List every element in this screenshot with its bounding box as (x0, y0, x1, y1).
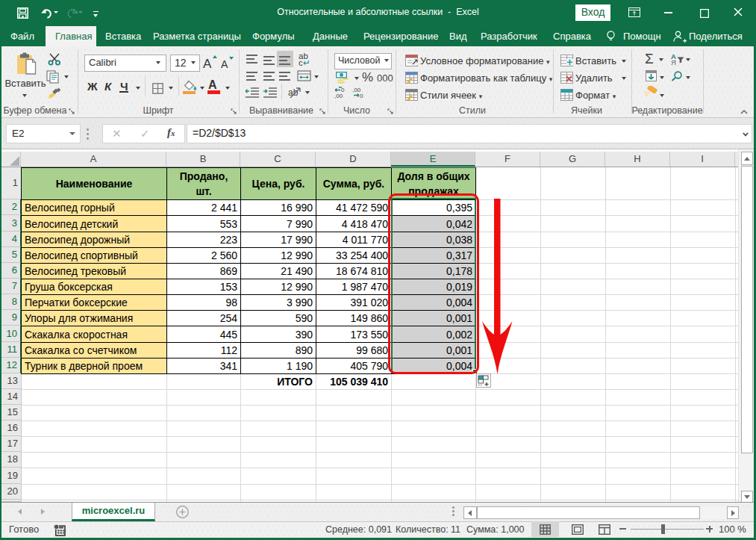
svg-text:ab: ab (288, 87, 299, 98)
svg-text:,00: ,00 (334, 93, 343, 99)
svg-text:0: 0 (360, 93, 363, 99)
